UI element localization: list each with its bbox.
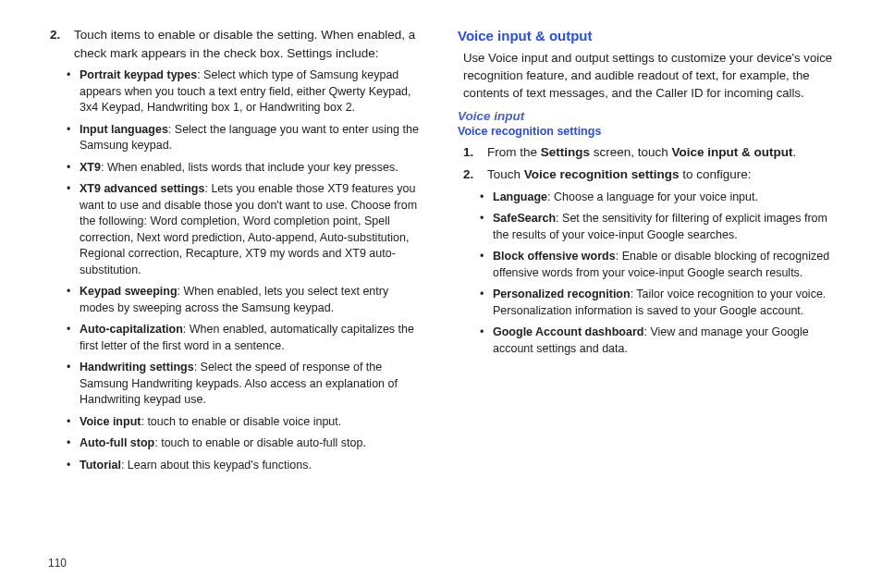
list-item: •Personalized recognition: Tailor voice … xyxy=(480,287,838,319)
step-number: 2. xyxy=(458,165,487,184)
bullet-icon: • xyxy=(67,435,80,452)
list-item: •Auto-capitalization: When enabled, auto… xyxy=(67,322,424,354)
bullet-icon: • xyxy=(67,181,80,278)
step-2: 2. Touch Voice recognition settings to c… xyxy=(458,165,838,184)
step-text: From the Settings screen, touch Voice in… xyxy=(487,143,838,162)
list-item: •Language: Choose a language for your vo… xyxy=(480,190,838,206)
bullet-icon: • xyxy=(480,190,493,206)
columns: 2. Touch items to enable or disable the … xyxy=(44,26,838,549)
subsection-heading: Voice recognition settings xyxy=(458,125,838,138)
list-item: •Input languages: Select the language yo… xyxy=(67,122,424,154)
document-page: 2. Touch items to enable or disable the … xyxy=(0,0,882,588)
step-number: 1. xyxy=(458,143,487,162)
step-text: Touch items to enable or disable the set… xyxy=(74,26,424,62)
bullet-icon: • xyxy=(480,325,493,357)
list-item: •Tutorial: Learn about this keypad's fun… xyxy=(67,458,424,474)
list-item: •Portrait keypad types: Select which typ… xyxy=(67,67,424,116)
bullet-icon: • xyxy=(67,322,80,354)
list-item: •Handwriting settings: Select the speed … xyxy=(67,360,424,409)
bullet-icon: • xyxy=(67,122,80,154)
list-item: •Google Account dashboard: View and mana… xyxy=(480,325,838,357)
bullet-icon: • xyxy=(480,211,493,243)
bullet-icon: • xyxy=(67,458,80,474)
bullet-icon: • xyxy=(67,67,80,116)
step-number: 2. xyxy=(44,26,74,62)
bullet-list: •Portrait keypad types: Select which typ… xyxy=(67,67,424,473)
list-item: •XT9 advanced settings: Lets you enable … xyxy=(67,181,424,278)
list-item: •Auto-full stop: touch to enable or disa… xyxy=(67,435,424,452)
list-item: •Keypad sweeping: When enabled, lets you… xyxy=(67,284,424,316)
bullet-icon: • xyxy=(480,249,493,281)
list-item: •XT9: When enabled, lists words that inc… xyxy=(67,160,424,177)
list-item: •SafeSearch: Set the sensitivity for fil… xyxy=(480,211,838,243)
section-heading: Voice input & output xyxy=(458,28,838,43)
bullet-icon: • xyxy=(67,160,80,177)
right-column: Voice input & output Use Voice input and… xyxy=(458,26,838,549)
subsection-italic: Voice input xyxy=(458,109,838,123)
left-column: 2. Touch items to enable or disable the … xyxy=(44,26,424,549)
bullet-icon: • xyxy=(67,414,80,431)
list-item: •Block offensive words: Enable or disabl… xyxy=(480,249,838,281)
bullet-list: •Language: Choose a language for your vo… xyxy=(480,190,838,358)
step-text: Touch Voice recognition settings to conf… xyxy=(487,165,838,184)
list-item: •Voice input: touch to enable or disable… xyxy=(67,414,424,431)
step-1: 1. From the Settings screen, touch Voice… xyxy=(458,143,838,162)
intro-paragraph: Use Voice input and output settings to c… xyxy=(463,49,838,102)
bullet-icon: • xyxy=(480,287,493,319)
bullet-icon: • xyxy=(67,360,80,409)
bullet-icon: • xyxy=(67,284,80,316)
step-2: 2. Touch items to enable or disable the … xyxy=(44,26,424,62)
page-number: 110 xyxy=(48,557,838,570)
